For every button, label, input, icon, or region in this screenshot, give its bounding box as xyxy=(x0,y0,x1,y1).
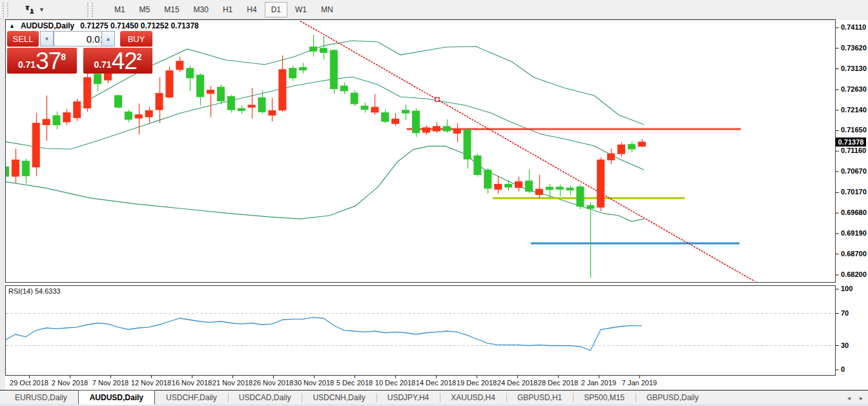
volume-decrease-button[interactable]: ▼ xyxy=(40,31,54,46)
date-axis-label: 28 Dec 2018 xyxy=(538,379,578,387)
price-axis-label: 0.70670 xyxy=(841,167,867,175)
buy-price-prefix: 0.71 xyxy=(94,59,111,70)
sell-price-pip: 8 xyxy=(61,52,66,62)
rsi-indicator-label: RSI(14) 54.6333 xyxy=(8,287,61,295)
date-axis-label: 2 Nov 2018 xyxy=(52,379,88,387)
sell-price-prefix: 0.71 xyxy=(18,59,36,70)
price-axis-label: 0.69680 xyxy=(841,208,867,216)
date-axis-label: 26 Nov 2018 xyxy=(253,379,293,387)
bollinger-upper-band xyxy=(90,41,644,125)
trendline-midpoint-handle[interactable] xyxy=(435,97,439,101)
chart-tab-bar: EURUSD,DailyAUDUSD,DailyUSDCHF,DailyUSDC… xyxy=(0,390,868,405)
chart-symbol-label: AUDUSD,Daily xyxy=(21,21,74,30)
date-axis-label: 29 Oct 2018 xyxy=(10,379,48,387)
bollinger-lower-band xyxy=(0,146,644,221)
chart-tab-audusd[interactable]: AUDUSD,Daily xyxy=(78,390,155,405)
chart-tab-gbpusd[interactable]: GBPUSD,Daily xyxy=(636,391,710,405)
rsi-axis-label: 70 xyxy=(841,309,849,317)
price-axis-label: 0.72630 xyxy=(841,85,867,93)
date-axis-label: 2 Jan 2019 xyxy=(581,379,616,387)
chart-title: ▲ AUDUSD,Daily 0.71275 0.71450 0.71252 0… xyxy=(9,21,199,30)
price-axis-label: 0.74110 xyxy=(841,23,866,31)
buy-price-big: 42 xyxy=(112,50,137,72)
volume-increase-button[interactable]: ▲ xyxy=(101,31,115,46)
chart-tab-usdjpy[interactable]: USDJPY,H4 xyxy=(377,391,440,405)
buy-price-pip: 2 xyxy=(137,52,142,62)
date-axis-label: 19 Dec 2018 xyxy=(457,379,497,387)
rsi-plot-layer xyxy=(5,314,834,351)
date-axis-label: 12 Nov 2018 xyxy=(131,379,171,387)
chart-tab-usdchf[interactable]: USDCHF,Daily xyxy=(155,391,228,405)
date-axis-label: 5 Dec 2018 xyxy=(336,379,373,387)
trendline-object[interactable] xyxy=(300,21,759,284)
date-axis-label: 24 Dec 2018 xyxy=(497,379,537,387)
chart-tab-xauusd[interactable]: XAUUSD,H4 xyxy=(440,391,506,405)
price-axis-label: 0.70170 xyxy=(841,188,867,196)
buy-price-button[interactable]: 0.71422 xyxy=(83,48,152,74)
collapse-triangle-icon[interactable]: ▲ xyxy=(9,23,15,29)
date-axis-label: 7 Jan 2019 xyxy=(622,379,657,387)
price-axis-label: 0.71160 xyxy=(841,147,866,154)
chart-tab-gbpusd[interactable]: GBPUSD,H1 xyxy=(506,391,573,405)
tabs-scroll-right-icon[interactable]: ▸ xyxy=(860,394,863,401)
chart-ohlc-values: 0.71275 0.71450 0.71252 0.71378 xyxy=(80,21,199,30)
date-axis-label: 7 Nov 2018 xyxy=(92,379,129,387)
price-axis-label: 0.73620 xyxy=(841,44,867,52)
sell-button[interactable]: SELL xyxy=(7,31,39,47)
sell-price-big: 37 xyxy=(36,50,61,72)
chart-tab-usdcnh[interactable]: USDCNH,Daily xyxy=(302,391,376,405)
price-axis-label: 0.72140 xyxy=(841,106,867,114)
rsi-plot-border xyxy=(6,286,836,376)
buy-button[interactable]: BUY xyxy=(120,31,152,47)
price-axis-label: 0.68700 xyxy=(841,250,867,258)
one-click-trading-panel: SELL ▼ ▲ BUY 0.71378 0.71422 xyxy=(5,30,155,75)
rsi-axis-label: 100 xyxy=(841,285,852,292)
rsi-axis-label: 0 xyxy=(841,365,845,373)
date-axis-label: 14 Dec 2018 xyxy=(416,379,456,387)
chart-tab-sp500[interactable]: SP500,M15 xyxy=(573,391,636,405)
price-axis-label: 0.71650 xyxy=(841,126,867,134)
date-axis-label: 16 Nov 2018 xyxy=(172,379,212,387)
current-price-tag: 0.71378 xyxy=(836,137,866,147)
date-axis-label: 21 Nov 2018 xyxy=(212,379,253,387)
chart-tab-eurusd[interactable]: EURUSD,Daily xyxy=(4,391,78,405)
rsi-axis-label: 30 xyxy=(841,341,849,349)
date-axis-label: 10 Dec 2018 xyxy=(375,379,415,387)
price-axis-label: 0.69190 xyxy=(841,229,867,237)
date-axis-label: 30 Nov 2018 xyxy=(294,379,334,387)
price-axis-label: 0.68200 xyxy=(841,270,867,278)
bollinger-middle-band xyxy=(0,77,644,170)
price-axis-label: 0.73130 xyxy=(841,65,867,72)
tabs-scroll-left-icon[interactable]: ◂ xyxy=(847,394,851,401)
sell-price-button[interactable]: 0.71378 xyxy=(7,48,77,74)
chart-tab-usdcad[interactable]: USDCAD,Daily xyxy=(228,391,302,405)
